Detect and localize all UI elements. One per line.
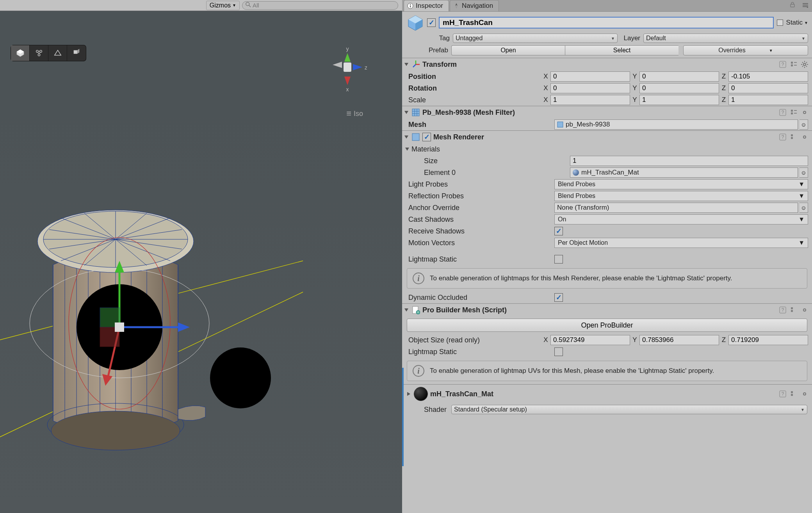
help-icon[interactable]: ? <box>778 133 787 141</box>
inspector-tab-bar: Inspector Navigation <box>402 0 812 12</box>
help-icon[interactable]: ? <box>778 108 787 117</box>
help-icon[interactable]: ? <box>778 60 787 69</box>
projection-label[interactable]: Iso <box>346 109 363 119</box>
shader-label: Shader <box>424 406 447 414</box>
svg-point-0 <box>246 2 249 6</box>
object-picker-button[interactable]: ⊙ <box>800 203 808 213</box>
static-checkbox[interactable] <box>777 20 783 26</box>
tab-navigation[interactable]: Navigation <box>450 0 499 11</box>
gear-icon[interactable] <box>800 133 809 141</box>
rotation-x-input[interactable] <box>550 83 630 93</box>
scale-y-input[interactable] <box>639 95 719 105</box>
svg-rect-69 <box>803 3 808 4</box>
mesh-renderer-enabled-checkbox[interactable] <box>422 133 431 141</box>
object-size-z-input[interactable] <box>728 335 808 345</box>
scale-z-input[interactable] <box>728 95 808 105</box>
position-z-input[interactable] <box>728 71 808 82</box>
gameobject-name-field[interactable] <box>439 17 774 28</box>
svg-marker-66 <box>455 3 458 6</box>
object-picker-button[interactable]: ⊙ <box>800 167 808 178</box>
materials-foldout[interactable] <box>404 146 410 152</box>
prefab-open-button[interactable]: Open <box>451 45 565 55</box>
prefab-cube-icon <box>407 14 424 31</box>
probuilder-lightmap-static-checkbox[interactable] <box>554 347 563 356</box>
element0-material-field[interactable]: mH_TrashCan_Mat <box>570 167 798 178</box>
misc-mode-button[interactable] <box>67 45 86 61</box>
tab-inspector[interactable]: Inspector <box>404 0 449 11</box>
svg-line-93 <box>802 66 803 67</box>
help-icon[interactable]: ? <box>778 390 787 398</box>
help-icon[interactable]: ? <box>778 306 787 314</box>
shader-dropdown[interactable]: Standard (Specular setup)▼ <box>451 405 807 414</box>
object-picker-button[interactable]: ⊙ <box>800 119 808 130</box>
context-menu-icon[interactable] <box>800 0 810 11</box>
lock-icon[interactable] <box>788 0 797 11</box>
selected-object-preview[interactable] <box>22 191 295 464</box>
scene-search-input[interactable] <box>253 2 395 9</box>
gear-icon[interactable] <box>800 108 809 117</box>
position-y-input[interactable] <box>639 71 719 82</box>
gear-icon[interactable] <box>800 306 809 314</box>
svg-point-49 <box>51 411 180 450</box>
foldout-toggle[interactable] <box>404 134 409 140</box>
preset-icon[interactable] <box>789 60 798 69</box>
rotation-y-input[interactable] <box>639 83 719 93</box>
svg-marker-67 <box>455 6 458 9</box>
cast-shadows-dropdown[interactable]: On▼ <box>554 214 808 224</box>
layer-dropdown[interactable]: Default▼ <box>643 34 808 43</box>
scene-search-field[interactable] <box>242 1 398 10</box>
svg-point-6 <box>38 54 40 56</box>
lightmap-static-checkbox[interactable] <box>554 255 563 264</box>
motion-vectors-dropdown[interactable]: Per Object Motion▼ <box>554 238 808 248</box>
svg-marker-16 <box>344 77 351 85</box>
dynamic-occluded-checkbox[interactable] <box>554 293 563 302</box>
gameobject-enabled-checkbox[interactable] <box>427 18 436 27</box>
light-probes-dropdown[interactable]: Blend Probes▼ <box>554 179 808 189</box>
position-x-input[interactable] <box>550 71 630 82</box>
foldout-toggle[interactable] <box>404 110 409 115</box>
scene-viewport[interactable]: y z x Iso <box>0 11 402 513</box>
shaded-wireframe-mode-button[interactable] <box>48 45 67 61</box>
svg-text:?: ? <box>782 307 784 313</box>
anchor-override-field[interactable]: None (Transform) <box>554 203 798 213</box>
prefab-overrides-dropdown[interactable]: Overrides▼ <box>683 45 808 55</box>
foldout-toggle[interactable] <box>404 307 409 313</box>
svg-marker-57 <box>178 322 190 332</box>
reflection-probes-dropdown[interactable]: Blend Probes▼ <box>554 191 808 201</box>
svg-rect-68 <box>791 4 794 7</box>
foldout-toggle[interactable] <box>404 62 409 67</box>
wireframe-mode-button[interactable] <box>30 45 48 61</box>
preset-icon[interactable] <box>789 133 798 141</box>
gizmos-dropdown[interactable]: Gizmos ▼ <box>206 1 240 10</box>
shaded-mode-button[interactable] <box>11 45 30 61</box>
orientation-gizmo[interactable]: y z x <box>328 46 367 93</box>
preset-icon[interactable] <box>789 306 798 314</box>
foldout-toggle[interactable] <box>406 391 411 397</box>
materials-size-input[interactable] <box>570 156 808 166</box>
svg-rect-82 <box>791 62 793 64</box>
svg-rect-83 <box>791 64 793 66</box>
tag-dropdown[interactable]: Untagged▼ <box>453 34 618 43</box>
svg-rect-110 <box>412 134 419 141</box>
gear-icon[interactable] <box>800 60 809 69</box>
static-dropdown[interactable]: Static ▼ <box>786 19 808 27</box>
receive-shadows-checkbox[interactable] <box>554 227 563 235</box>
object-size-x-input[interactable] <box>550 335 630 345</box>
svg-rect-65 <box>410 5 411 7</box>
gizmos-label: Gizmos <box>210 2 231 9</box>
svg-marker-126 <box>407 392 410 396</box>
svg-line-79 <box>413 64 416 67</box>
preset-icon[interactable] <box>789 390 798 398</box>
open-probuilder-button[interactable]: Open ProBuilder <box>407 319 807 332</box>
mesh-object-field[interactable]: pb_Mesh-9938 <box>554 119 798 130</box>
svg-rect-129 <box>791 391 793 393</box>
prefab-select-button[interactable]: Select <box>565 45 678 55</box>
rotation-z-input[interactable] <box>728 83 808 93</box>
scene-toolbar: Gizmos ▼ <box>0 0 402 11</box>
scale-x-input[interactable] <box>550 95 630 105</box>
material-section: mH_TrashCan_Mat ? Shader Standard (Specu… <box>402 384 812 418</box>
gear-icon[interactable] <box>800 390 809 398</box>
object-size-y-input[interactable] <box>639 335 719 345</box>
preset-icon[interactable] <box>789 108 798 117</box>
mesh-label: Mesh <box>408 121 553 129</box>
